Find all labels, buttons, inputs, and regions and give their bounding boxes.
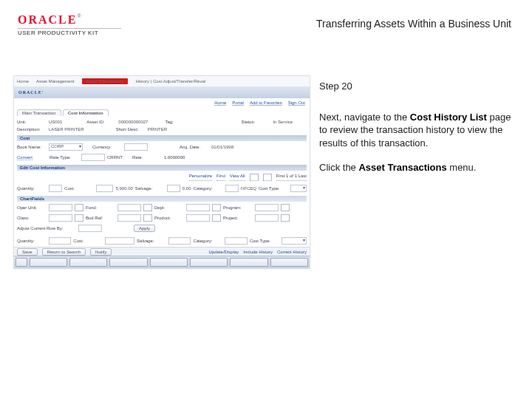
desc-label: Description: xyxy=(17,127,47,132)
q-label: Quantity: xyxy=(17,186,47,191)
menu-fav[interactable]: Add to Favorites xyxy=(250,100,282,106)
cost2-label: Cost: xyxy=(73,239,103,243)
sal-input[interactable] xyxy=(167,185,180,192)
task-button[interactable] xyxy=(16,258,27,267)
link-correct[interactable]: Correct History xyxy=(277,250,307,254)
oper-input[interactable] xyxy=(49,204,72,211)
assetid-label: Asset ID: xyxy=(86,120,116,124)
tab-cost[interactable]: Cost Information xyxy=(63,109,109,116)
lookup-icon[interactable] xyxy=(281,204,290,211)
oper-label: Oper Unit: xyxy=(17,205,47,210)
step-number: Step 20 xyxy=(319,80,511,93)
task-button[interactable] xyxy=(69,258,107,267)
desc-value: LASER PRINTER xyxy=(49,127,84,132)
rate-label: Rate Type: xyxy=(50,155,79,160)
unit-label: Unit: xyxy=(17,120,47,124)
breadcrumb: Home Asset Management Asset Transactions… xyxy=(14,76,310,86)
convert-link[interactable]: Convert xyxy=(17,155,33,160)
lookup-icon[interactable] xyxy=(143,204,152,211)
fund-input[interactable] xyxy=(117,204,141,211)
grid-nav: First 1 of 1 Last xyxy=(276,174,307,181)
status-label: Status: xyxy=(241,120,270,124)
tm-mark: ® xyxy=(77,13,81,18)
costf-input[interactable] xyxy=(96,185,113,192)
cat2-label: Category: xyxy=(193,239,222,243)
crumb-asset[interactable]: Asset Management xyxy=(36,79,75,83)
adj-input[interactable] xyxy=(78,225,102,232)
class-label: Class: xyxy=(17,216,47,220)
book-select[interactable]: CORP xyxy=(49,143,83,151)
short-value: PRINTER xyxy=(148,127,167,132)
cat2-input[interactable] xyxy=(225,237,247,245)
crumb-trail: History | Cost Adjust/Transfer/Reval xyxy=(135,79,205,83)
lookup-icon[interactable] xyxy=(75,204,83,211)
link-find[interactable]: Find xyxy=(216,174,225,181)
prog-input[interactable] xyxy=(255,204,279,211)
adj-label: Adjust Current Row By: xyxy=(17,226,76,231)
costf-label: Cost: xyxy=(64,186,94,191)
status-value: In Service xyxy=(273,120,293,124)
rate-input[interactable] xyxy=(81,154,105,161)
sal-label: Salvage: xyxy=(135,186,165,191)
tab-main[interactable]: Main Transaction xyxy=(17,109,61,116)
ct-select[interactable] xyxy=(290,185,307,192)
menu-home[interactable]: Home xyxy=(214,100,226,106)
lookup-icon[interactable] xyxy=(212,214,221,222)
lookup-icon[interactable] xyxy=(143,214,152,222)
q2-input[interactable] xyxy=(49,237,71,245)
return-button[interactable]: Return to Search xyxy=(42,248,86,256)
short-label: Short Desc: xyxy=(116,127,146,132)
task-button[interactable] xyxy=(270,258,308,267)
prog-label: Program: xyxy=(223,205,253,210)
zoom-icon[interactable] xyxy=(263,174,272,181)
sal2-input[interactable] xyxy=(168,237,191,245)
bold-cost-history: Cost History List xyxy=(410,112,487,123)
edit-cost-header: Edit Cost Information xyxy=(17,165,307,171)
cost-header: Cost xyxy=(17,135,307,141)
embedded-screenshot: Home Asset Management Asset Transactions… xyxy=(13,75,310,269)
lookup-icon[interactable] xyxy=(281,214,290,222)
brand-block: ORACLE® USER PRODUCTIVITY KIT xyxy=(18,13,121,36)
q2-label: Quantity: xyxy=(17,239,47,243)
link-viewall[interactable]: View All xyxy=(230,174,245,181)
cur-input[interactable] xyxy=(124,143,148,151)
notify-button[interactable]: Notify xyxy=(90,248,112,256)
link-personalize[interactable]: Personalize xyxy=(189,174,212,181)
book-label: Book Name: xyxy=(17,145,47,149)
save-button[interactable]: Save xyxy=(17,248,38,256)
q-input[interactable] xyxy=(49,185,62,192)
class-input[interactable] xyxy=(49,214,72,222)
cat-label: Category: xyxy=(194,186,223,191)
ct2-select[interactable] xyxy=(282,237,307,245)
unit-value: US001 xyxy=(49,120,62,124)
cf-header: ChartFields xyxy=(17,196,307,202)
bold-asset-transactions: Asset Transactions xyxy=(358,162,446,173)
link-update[interactable]: Update/Display xyxy=(209,250,239,254)
bud-input[interactable] xyxy=(117,214,141,222)
oracle-bar: ORACLE' xyxy=(14,86,310,98)
crumb-active[interactable]: Asset Transactions xyxy=(82,78,129,84)
rate2-label: Rate: xyxy=(132,155,162,160)
proj-input[interactable] xyxy=(255,214,279,222)
lookup-icon[interactable] xyxy=(212,204,221,211)
grid-icon[interactable] xyxy=(250,174,259,181)
acq-value: 01/01/1998 xyxy=(211,145,233,149)
task-button[interactable] xyxy=(190,258,228,267)
menu-signout[interactable]: Sign Out xyxy=(288,100,305,106)
dept-input[interactable] xyxy=(186,204,210,211)
lookup-icon[interactable] xyxy=(75,214,83,222)
link-include[interactable]: Include History xyxy=(243,250,273,254)
adj2-label: Adjust Current Row By: xyxy=(17,268,76,269)
task-button[interactable] xyxy=(230,258,267,267)
crumb-home[interactable]: Home xyxy=(17,79,29,83)
cost2-input[interactable] xyxy=(105,237,134,245)
cat-input[interactable] xyxy=(225,185,239,192)
oracle-logo: ORACLE xyxy=(18,13,77,26)
instruction-pane: Step 20 Next, navigate to the Cost Histo… xyxy=(319,80,511,186)
task-button[interactable] xyxy=(30,258,67,267)
menu-portal[interactable]: Portal xyxy=(232,100,244,106)
apply-button[interactable]: Apply xyxy=(134,225,155,232)
task-button[interactable] xyxy=(150,258,188,267)
task-button[interactable] xyxy=(109,258,147,267)
prod-input[interactable] xyxy=(186,214,210,222)
